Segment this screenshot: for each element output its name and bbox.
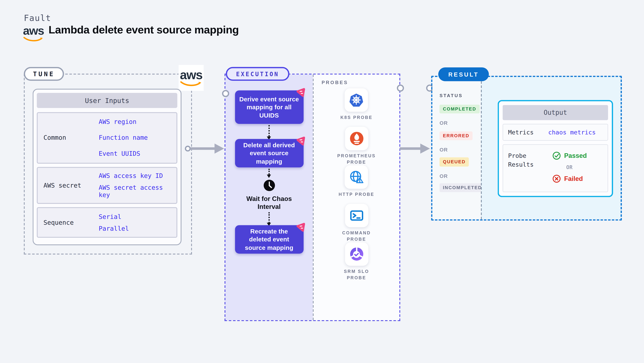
probe-item-prometheus: PROMETHEUS PROBE xyxy=(337,127,376,165)
probe-tile xyxy=(345,165,368,189)
aws-logo-icon: aws xyxy=(23,25,44,43)
output-probe-results-row: Probe Results Passed OR xyxy=(503,144,608,192)
probe-tile xyxy=(345,88,368,112)
input-row-sequence: Sequence Serial Parallel xyxy=(37,207,177,238)
execution-section-box: Derive event source mapping for all UUID… xyxy=(224,74,400,321)
input-row-label: AWS secret xyxy=(38,182,99,189)
x-circle-icon xyxy=(552,175,561,183)
output-title: Output xyxy=(503,105,608,120)
or-label: OR xyxy=(566,164,587,170)
input-row-label: Common xyxy=(38,134,99,142)
metrics-label: Metrics xyxy=(508,129,548,136)
clock-icon xyxy=(263,179,275,191)
flow-arrow-down-icon xyxy=(268,125,270,139)
step-label: Recreate the deleted event source mappin… xyxy=(239,227,299,252)
probe-item-srm-slo: SRM SLO PROBE xyxy=(344,242,369,281)
input-row-values: AWS access key ID AWS secret access key xyxy=(99,170,166,201)
arrow-right-icon xyxy=(400,142,431,155)
probe-tile xyxy=(345,242,368,266)
step-label: Delete all derived event source mapping xyxy=(239,141,299,165)
step-label: Derive event source mapping for all UUID… xyxy=(239,95,299,119)
output-region: Output Metrics chaos metrics Probe Resul… xyxy=(481,77,620,219)
flow-arrow-down-icon xyxy=(268,169,270,177)
step-recreate-event-source-mapping: Recreate the deleted event source mappin… xyxy=(235,225,304,254)
command-terminal-icon xyxy=(349,208,364,223)
output-metrics-row: Metrics chaos metrics xyxy=(503,124,608,141)
probe-label: HTTP PROBE xyxy=(338,191,374,198)
status-title: STATUS xyxy=(440,93,481,98)
or-label: OR xyxy=(440,173,481,179)
probe-label: COMMAND PROBE xyxy=(342,230,371,242)
arrow-right-icon xyxy=(184,142,226,155)
flow-arrow-down-icon xyxy=(268,212,270,225)
status-badge-queued: QUEUED xyxy=(440,157,469,166)
status-badge-errored: ERRORED xyxy=(440,131,473,140)
srm-slo-icon xyxy=(349,246,364,262)
passed-label: Passed xyxy=(564,152,587,159)
page-title: Lambda delete event source mapping xyxy=(48,24,239,37)
connector-dot-icon xyxy=(397,85,404,92)
result-section-pill: RESULT xyxy=(438,67,489,81)
input-link-access-key-id[interactable]: AWS access key ID xyxy=(99,172,166,179)
probe-list: K8S PROBE PROMETHEUS PROBE xyxy=(337,88,376,281)
output-card: Output Metrics chaos metrics Probe Resul… xyxy=(498,100,613,197)
input-link-secret-access-key[interactable]: AWS secret access key xyxy=(99,184,166,199)
prometheus-icon xyxy=(349,131,364,146)
kubernetes-icon xyxy=(349,93,364,108)
chaos-icon xyxy=(296,135,307,146)
result-section-box: STATUS COMPLETED OR ERRORED OR QUEUED OR… xyxy=(431,76,622,221)
input-link-parallel[interactable]: Parallel xyxy=(99,224,170,232)
probe-label: SRM SLO PROBE xyxy=(344,268,369,281)
check-circle-icon xyxy=(552,152,561,160)
status-badge-incompleted: INCOMPLETED xyxy=(440,183,485,192)
chaos-icon xyxy=(296,86,307,98)
step-derive-event-source-mapping: Derive event source mapping for all UUID… xyxy=(235,91,304,124)
execution-flow-region: Derive event source mapping for all UUID… xyxy=(226,75,313,320)
failed-line: Failed xyxy=(552,175,587,183)
chaos-icon xyxy=(296,221,307,232)
page: Fault aws Lambda delete event source map… xyxy=(0,0,644,363)
input-row-values: AWS region Function name Event UUIDS xyxy=(99,114,170,162)
input-link-aws-region[interactable]: AWS region xyxy=(99,118,170,126)
input-row-label: Sequence xyxy=(38,219,99,226)
status-badge-completed: COMPLETED xyxy=(440,105,480,114)
probe-results-label: Probe Results xyxy=(508,152,548,192)
probe-tile xyxy=(345,204,368,227)
probe-item-http: HTTP PROBE xyxy=(338,165,374,204)
step-delete-event-source-mapping: Delete all derived event source mapping xyxy=(235,139,304,168)
probe-item-command: COMMAND PROBE xyxy=(342,204,371,242)
chaos-metrics-link[interactable]: chaos metrics xyxy=(548,129,596,136)
input-link-serial[interactable]: Serial xyxy=(99,213,170,220)
aws-smile-icon xyxy=(24,37,44,42)
probe-item-k8s: K8S PROBE xyxy=(340,88,372,127)
input-row-common: Common AWS region Function name Event UU… xyxy=(37,112,177,163)
fault-eyebrow: Fault xyxy=(24,13,51,23)
or-label: OR xyxy=(440,147,481,153)
probes-title: PROBES xyxy=(322,80,348,85)
user-inputs-card: User Inputs Common AWS region Function n… xyxy=(33,89,182,245)
diagram-canvas: Fault aws Lambda delete event source map… xyxy=(0,0,644,363)
wait-step-label: Wait for Chaos Interval xyxy=(238,195,300,210)
wait-step xyxy=(263,179,275,193)
aws-smile-icon xyxy=(180,81,202,87)
or-label: OR xyxy=(440,120,481,126)
failed-label: Failed xyxy=(564,175,583,182)
aws-logo-text: aws xyxy=(180,69,202,81)
input-row-aws-secret: AWS secret AWS access key ID AWS secret … xyxy=(37,167,177,204)
passed-line: Passed xyxy=(552,152,587,160)
http-globe-icon xyxy=(349,169,364,185)
probe-tile xyxy=(345,127,368,150)
aws-logo-icon: aws xyxy=(179,65,204,91)
input-row-values: Serial Parallel xyxy=(99,211,170,234)
probes-region: PROBES xyxy=(313,75,399,320)
probe-results-values: Passed OR Failed xyxy=(552,152,587,192)
probe-label: K8S PROBE xyxy=(340,114,372,121)
input-link-function-name[interactable]: Function name xyxy=(99,134,170,142)
connector-dot-icon xyxy=(222,90,229,97)
execution-section-pill: EXECUTION xyxy=(226,67,290,81)
user-inputs-title: User Inputs xyxy=(37,93,177,108)
tune-section-pill: TUNE xyxy=(24,67,64,81)
status-column: STATUS COMPLETED OR ERRORED OR QUEUED OR… xyxy=(432,77,481,219)
input-link-event-uuids[interactable]: Event UUIDS xyxy=(99,150,170,157)
aws-logo-text: aws xyxy=(23,25,44,37)
